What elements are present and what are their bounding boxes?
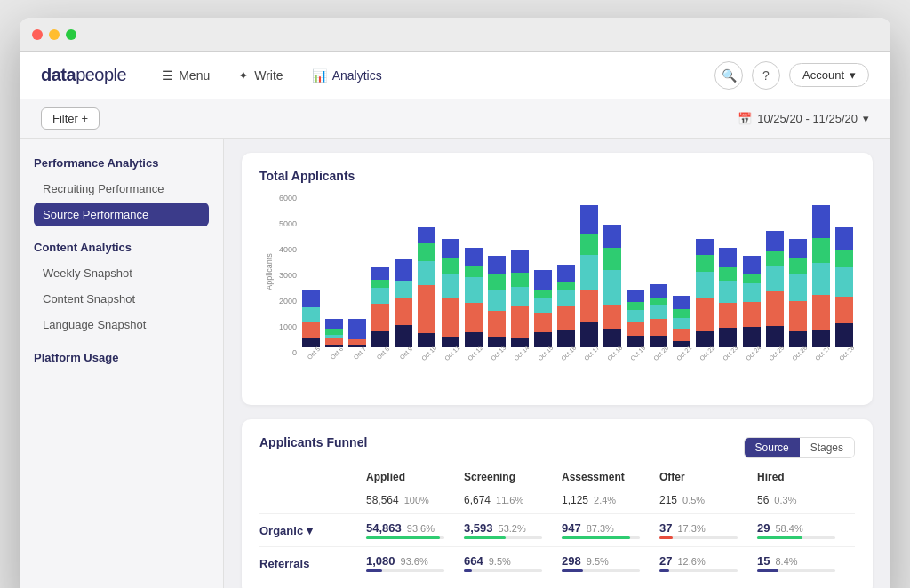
bar-group: Oct 10 [416, 227, 437, 357]
sidebar-item-label: Source Performance [43, 208, 148, 221]
bar-stack [766, 231, 784, 347]
total-screening: 6,674 [464, 494, 491, 506]
organic-label[interactable]: Organic ▾ [259, 524, 366, 537]
bar-segment-green [812, 238, 830, 264]
source-toggle[interactable]: Source [745, 438, 800, 457]
bar-segment-blue [465, 248, 483, 266]
x-axis-label: Oct 5 [306, 346, 321, 361]
total-assessment: 1,125 [562, 494, 588, 506]
sidebar-item-label: Weekly Snapshot [43, 266, 132, 280]
analytics-nav-item[interactable]: 📊 Analytics [308, 63, 386, 88]
bar-segment-teal [650, 305, 667, 319]
write-nav-item[interactable]: ✦ Write [235, 63, 286, 88]
bar-group: Oct 12 [463, 248, 484, 357]
write-icon: ✦ [238, 68, 249, 83]
referrals-applied-cell: 1,080 93.6% [366, 554, 464, 572]
referrals-applied: 1,080 [366, 554, 395, 568]
bar-segment-blue [696, 239, 714, 255]
bar-stack [627, 290, 644, 347]
bar-segment-blue [580, 205, 598, 234]
stages-toggle[interactable]: Stages [800, 438, 854, 457]
bar-segment-green [673, 309, 690, 318]
bar-segment-green [418, 243, 435, 261]
bar-group: Oct 27 [810, 205, 832, 357]
bar-segment-teal [743, 283, 761, 302]
bar-stack [442, 239, 459, 347]
platform-usage-title: Platform Usage [34, 351, 209, 364]
organic-assessment-bar [562, 536, 630, 539]
organic-hired-pct: 58.4% [775, 523, 802, 534]
bar-segment-teal [488, 290, 506, 311]
help-button[interactable]: ? [752, 61, 780, 90]
bar-segment-coral [789, 301, 807, 331]
bar-segment-coral [302, 322, 320, 338]
referrals-hired-bar [757, 569, 778, 572]
bar-stack [835, 227, 853, 347]
sidebar-item-weekly[interactable]: Weekly Snapshot [34, 261, 209, 285]
bar-segment-coral [766, 291, 784, 326]
bar-segment-blue [835, 227, 853, 249]
organic-hired: 29 [757, 521, 770, 535]
referrals-assessment-bar [562, 569, 583, 572]
bar-segment-blue [673, 296, 690, 308]
bar-segment-blue [325, 319, 343, 329]
funnel-title: Applicants Funnel [259, 435, 367, 449]
total-offer: 215 [659, 494, 677, 506]
bar-segment-coral [835, 297, 853, 323]
bar-group: Oct 20 [648, 284, 669, 357]
bar-stack [719, 248, 737, 347]
bar-segment-coral [557, 306, 575, 330]
x-axis-label: Oct 8 [375, 346, 390, 361]
bar-segment-dark_navy [395, 325, 412, 347]
toggle-group: Source Stages [744, 437, 855, 458]
bar-segment-green [465, 266, 483, 277]
referrals-screening: 664 [464, 554, 483, 568]
sidebar-item-recruiting[interactable]: Recruiting Performance [34, 177, 209, 201]
minimize-button[interactable] [49, 29, 60, 40]
referrals-offer-pct: 12.6% [677, 556, 705, 567]
close-button[interactable] [32, 29, 43, 40]
organic-screening: 3,593 [464, 521, 493, 535]
col-assessment: Assessment [562, 471, 659, 483]
bar-segment-blue [348, 319, 366, 339]
bar-segment-teal [302, 307, 320, 322]
bar-stack [348, 319, 366, 347]
chevron-down-icon: ▾ [307, 524, 313, 537]
funnel-row-organic: Organic ▾ 54,863 93.6% 3,593 53.2% [259, 513, 855, 546]
menu-label: Menu [179, 68, 210, 83]
bar-segment-teal [511, 287, 529, 306]
bar-segment-coral [534, 313, 552, 332]
chart-bars: Oct 5Oct 6Oct 7Oct 8Oct 9Oct 10Oct 11Oct… [300, 194, 855, 357]
bar-segment-green [766, 251, 784, 266]
bar-stack [812, 205, 830, 347]
account-button[interactable]: Account ▾ [789, 63, 869, 87]
bar-segment-blue [650, 284, 667, 297]
bar-segment-teal [465, 277, 483, 302]
bar-segment-coral [511, 306, 529, 338]
bar-segment-teal [835, 267, 853, 298]
total-hired: 56 [757, 494, 769, 506]
performance-analytics-title: Performance Analytics [34, 156, 209, 170]
chart-icon: 📊 [312, 68, 327, 83]
bar-segment-green [627, 302, 644, 311]
nav-bar: datapeople ☰ Menu ✦ Write 📊 Analytics 🔍 … [20, 52, 890, 99]
y-tick-1: 1000 [279, 322, 297, 331]
filter-button[interactable]: Filter + [41, 107, 100, 130]
date-range-selector[interactable]: 📅 10/25/20 - 11/25/20 ▾ [738, 112, 869, 125]
x-axis-label: Oct 6 [329, 346, 344, 361]
y-tick-2: 2000 [279, 297, 297, 306]
total-applied: 58,564 [366, 494, 399, 506]
bar-segment-green [511, 273, 529, 287]
referrals-screening-pct: 9.5% [489, 556, 511, 567]
bar-group: Oct 8 [370, 267, 391, 357]
sidebar-item-content[interactable]: Content Snapshot [34, 287, 209, 311]
sidebar-item-source[interactable]: Source Performance [34, 203, 209, 226]
referrals-assessment-cell: 298 9.5% [562, 554, 659, 572]
search-button[interactable]: 🔍 [714, 61, 743, 90]
bar-segment-coral [812, 295, 830, 330]
sidebar-item-language[interactable]: Language Snapshot [34, 313, 209, 337]
fullscreen-button[interactable] [66, 29, 76, 40]
funnel-total-row: 58,564 100% 6,674 11.6% 1,125 2.4% 215 0… [259, 490, 855, 513]
menu-nav-item[interactable]: ☰ Menu [158, 63, 213, 88]
chevron-down-icon: ▾ [850, 68, 856, 82]
